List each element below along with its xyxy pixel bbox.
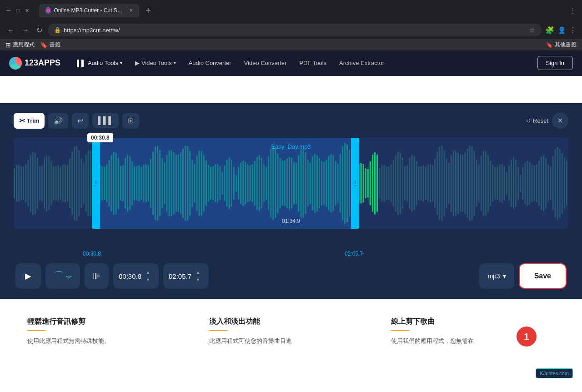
new-tab-button[interactable]: + <box>146 5 151 16</box>
other-bookmarks-label: 其他書籤 <box>555 41 577 49</box>
svg-rect-189 <box>444 150 445 216</box>
other-bookmarks[interactable]: 🔖 其他書籤 <box>546 41 577 49</box>
editor-toolbar: ✂ Trim 🔊 ↩ ▌▌▌ ⊞ ↺ Reset × <box>14 112 568 129</box>
profile-icon[interactable]: 👤 <box>558 26 566 34</box>
svg-rect-225 <box>527 161 528 206</box>
svg-rect-200 <box>469 146 470 221</box>
svg-rect-33 <box>83 162 85 204</box>
end-time-value: 02:05.7 <box>169 272 191 280</box>
play-button[interactable]: ▶ <box>15 263 41 289</box>
svg-rect-11 <box>32 152 34 215</box>
maximize-button[interactable]: □ <box>15 7 21 14</box>
svg-rect-195 <box>457 152 459 214</box>
nav-audio-converter[interactable]: Audio Converter <box>183 56 237 70</box>
nav-pdf-tools[interactable]: PDF Tools <box>294 56 332 70</box>
sign-in-button[interactable]: Sign In <box>537 56 573 70</box>
start-time-down-button[interactable]: ▼ <box>145 277 151 283</box>
split-button[interactable]: ⊪ <box>85 263 109 289</box>
bookmark-apps[interactable]: ⊞ 應用程式 <box>5 41 35 49</box>
effects-button[interactable]: ⊞ <box>122 113 139 129</box>
end-time-down-button[interactable]: ▼ <box>195 277 201 283</box>
tab-close-button[interactable]: × <box>130 7 133 14</box>
bookmarks-bar: ⊞ 應用程式 🔖 書籤 🔖 其他書籤 <box>0 39 582 50</box>
lock-icon: 🔒 <box>54 27 61 33</box>
refresh-button[interactable]: ↻ <box>35 24 44 36</box>
svg-rect-218 <box>511 160 512 207</box>
extensions-toolbar: 🧩 👤 ⋮ <box>545 26 577 35</box>
start-time-up-button[interactable]: ▲ <box>145 270 151 276</box>
nav-audio-tools[interactable]: ▌▌ Audio Tools ▾ <box>71 56 128 70</box>
nav-video-converter-label: Video Converter <box>244 60 287 66</box>
bookmark-bookmarks[interactable]: 🔖 書籤 <box>40 41 60 49</box>
svg-rect-190 <box>446 158 447 208</box>
svg-rect-235 <box>550 167 551 200</box>
svg-rect-204 <box>478 164 480 202</box>
start-time-control[interactable]: 00:30.8 ▲ ▼ <box>113 263 159 289</box>
bookmark-star-icon[interactable]: ☆ <box>529 26 535 34</box>
close-window-button[interactable]: ✕ <box>24 7 30 14</box>
end-time-control[interactable]: 02:05.7 ▲ ▼ <box>163 263 209 289</box>
extensions-icon[interactable]: 🧩 <box>545 26 554 35</box>
end-time-stepper[interactable]: ▲ ▼ <box>195 270 201 283</box>
svg-rect-183 <box>430 164 431 202</box>
svg-rect-205 <box>481 156 482 211</box>
svg-rect-28 <box>71 151 73 215</box>
svg-rect-32 <box>80 158 82 208</box>
svg-rect-177 <box>416 161 417 205</box>
play-circle-icon: ▶ <box>135 60 140 66</box>
browser-menu-icon[interactable]: ⋮ <box>569 26 577 35</box>
svg-rect-29 <box>74 146 75 220</box>
start-time-value: 00:30.8 <box>119 272 141 280</box>
svg-rect-202 <box>474 151 475 216</box>
right-trim-handle[interactable]: ⋮ <box>351 138 359 229</box>
reverse-button[interactable]: ↩ <box>72 113 89 129</box>
waveform-container[interactable]: // We'll do this inline in the SVG via J… <box>14 138 568 229</box>
left-trim-handle[interactable]: ⋮ <box>92 138 100 229</box>
close-editor-button[interactable]: × <box>552 112 568 129</box>
save-button[interactable]: Save <box>519 263 567 289</box>
fade-button[interactable]: ⌒ ⌣ <box>45 263 80 289</box>
back-button[interactable]: ← <box>5 24 16 36</box>
svg-rect-241 <box>564 158 565 208</box>
svg-rect-192 <box>451 155 452 212</box>
svg-rect-236 <box>552 156 553 210</box>
svg-rect-167 <box>393 160 394 206</box>
logo-icon <box>9 57 22 70</box>
start-time-stepper[interactable]: ▲ ▼ <box>145 270 151 283</box>
apps-grid-icon: ⊞ <box>5 41 11 49</box>
url-bar[interactable]: 🔒 https://mp3cut.net/tw/ ☆ <box>48 24 542 36</box>
minimize-button[interactable]: ─ <box>5 7 12 14</box>
end-time-up-button[interactable]: ▲ <box>195 270 201 276</box>
svg-rect-36 <box>90 150 91 216</box>
reset-button[interactable]: ↺ Reset <box>526 117 548 124</box>
svg-rect-242 <box>566 161 567 206</box>
bookmark-apps-label: 應用程式 <box>13 41 35 49</box>
trim-button[interactable]: ✂ Trim <box>14 113 45 129</box>
svg-rect-181 <box>425 167 426 200</box>
volume-button[interactable]: 🔊 <box>48 113 68 129</box>
features-section: 輕鬆進行音訊修剪 使用此應用程式無需特殊技能。 淡入和淡出功能 此應用程式可使您… <box>0 299 582 364</box>
svg-rect-4 <box>16 165 17 202</box>
equalizer-button[interactable]: ▌▌▌ <box>92 113 119 128</box>
forward-button[interactable]: → <box>20 24 31 36</box>
nav-video-converter[interactable]: Video Converter <box>239 56 292 70</box>
fade-out-icon: ⌣ <box>65 270 72 282</box>
svg-rect-211 <box>494 167 496 200</box>
svg-rect-232 <box>543 155 544 211</box>
nav-video-tools[interactable]: ▶ Video Tools ▾ <box>130 56 181 70</box>
svg-rect-179 <box>421 166 422 201</box>
svg-rect-161 <box>379 168 380 198</box>
active-tab[interactable]: Online MP3 Cutter - Cut Songs... × <box>39 4 139 17</box>
svg-rect-22 <box>58 165 59 201</box>
app-logo[interactable]: 123APPS <box>9 57 60 70</box>
svg-rect-171 <box>402 158 403 209</box>
svg-rect-27 <box>69 159 70 208</box>
video-tools-chevron-icon: ▾ <box>174 60 176 65</box>
format-button[interactable]: mp3 ▾ <box>479 263 514 289</box>
selected-region <box>92 138 359 229</box>
svg-rect-203 <box>476 160 477 207</box>
menu-icon[interactable]: ⋮ <box>569 6 577 15</box>
nav-archive-extractor[interactable]: Archive Extractor <box>334 56 390 70</box>
svg-rect-14 <box>39 166 40 201</box>
svg-rect-186 <box>436 151 438 215</box>
